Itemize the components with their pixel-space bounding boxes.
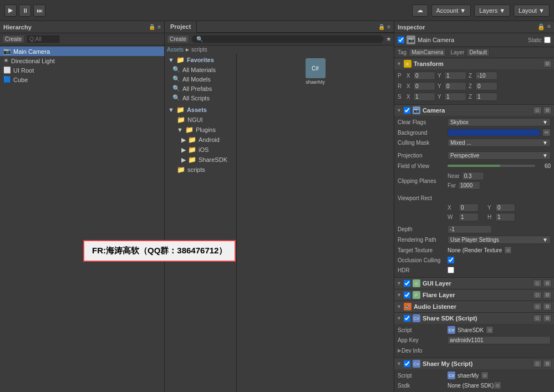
background-row: Background ✏ [398, 128, 551, 138]
gui-settings-icon[interactable]: ⚙ [543, 279, 552, 287]
vp-h-input[interactable] [495, 213, 515, 221]
shaer-my-enabled-checkbox[interactable] [404, 360, 410, 367]
far-value-input[interactable] [458, 181, 480, 190]
hierarchy-item-directional-light[interactable]: ☀ Directional Light [0, 56, 164, 65]
project-search-input[interactable] [191, 35, 384, 43]
transform-header[interactable]: ▼ ⊕ Transform ⚙ [394, 58, 554, 69]
gui-layer-header[interactable]: ▼ G GUI Layer ⊙ ⚙ [394, 278, 554, 289]
project-lock-icon[interactable]: 🔒 [378, 24, 385, 30]
gui-layer-enabled-checkbox[interactable] [404, 280, 410, 287]
shaer-my-settings-icon[interactable]: ⚙ [543, 360, 552, 368]
audio-listener-header[interactable]: ▼ 🔊 Audio Listener ⊙ ⚙ [394, 301, 554, 312]
star-icon[interactable]: ★ [386, 35, 392, 43]
project-tab[interactable]: Project [165, 21, 197, 33]
gui-ref-icon[interactable]: ⊙ [533, 279, 542, 287]
camera-header[interactable]: ▼ 📷 Camera ⊙ ⚙ [394, 105, 554, 116]
flare-enabled-checkbox[interactable] [404, 292, 410, 298]
hdr-checkbox[interactable] [448, 267, 454, 273]
layers-button[interactable]: Layers ▼ [474, 4, 510, 17]
vp-y-input[interactable] [495, 203, 515, 212]
transform-settings-icon[interactable]: ⚙ [543, 60, 552, 68]
assets-ngui[interactable]: 📁 NGUI [165, 115, 236, 125]
clear-flags-dropdown[interactable]: Skybox ▼ [448, 118, 551, 126]
scale-x-input[interactable] [413, 93, 435, 101]
audio-settings-icon[interactable]: ⚙ [543, 303, 552, 310]
ssdk-select-icon[interactable]: ⊙ [494, 381, 501, 389]
flare-ref-icon[interactable]: ⊙ [533, 291, 542, 299]
camera-ref-icon[interactable]: ⊙ [533, 106, 542, 114]
layer-dropdown[interactable]: Default [466, 48, 490, 57]
shaer-my-ref-icon[interactable]: ⊙ [533, 360, 542, 368]
search-icon: 🔍 [172, 85, 180, 92]
assets-ios[interactable]: ▶ 📁 iOS [165, 145, 236, 155]
share-sdk-ref-icon[interactable]: ⊙ [533, 314, 542, 322]
flare-layer-header[interactable]: ▼ F Flare Layer ⊙ ⚙ [394, 289, 554, 301]
hierarchy-item-cube[interactable]: 🟦 Cube [0, 75, 164, 84]
hierarchy-search-input[interactable] [27, 35, 60, 43]
dev-info-label[interactable]: Dev Info [401, 348, 451, 354]
object-active-checkbox[interactable] [398, 37, 404, 43]
share-sdk-select-icon[interactable]: ⊙ [486, 326, 494, 334]
scale-z-input[interactable] [475, 93, 497, 101]
assets-sharesdk[interactable]: ▶ 📁 ShareSDK [165, 155, 236, 165]
rot-x-input[interactable] [413, 82, 435, 90]
play-button[interactable]: ▶ [4, 4, 17, 17]
hierarchy-item-main-camera[interactable]: 📷 Main Camera [0, 47, 164, 56]
shaer-my-header[interactable]: ▼ C# Shaer My (Script) ⊙ ⚙ [394, 358, 554, 369]
culling-mask-dropdown[interactable]: Mixed ... ▼ [448, 139, 551, 147]
rendering-dropdown[interactable]: Use Player Settings ▼ [448, 236, 551, 244]
rot-y-input[interactable] [444, 82, 466, 90]
near-value-input[interactable] [462, 172, 484, 180]
camera-settings-icon[interactable]: ⚙ [543, 106, 552, 114]
tag-dropdown[interactable]: MainCamera [409, 48, 446, 57]
assets-section[interactable]: ▼ 📁 Assets [165, 105, 236, 115]
scale-y-input[interactable] [444, 93, 466, 101]
audio-ref-icon[interactable]: ⊙ [533, 303, 542, 310]
static-checkbox[interactable] [544, 37, 551, 43]
hierarchy-create-button[interactable]: Create [2, 35, 24, 43]
flare-settings-icon[interactable]: ⚙ [543, 291, 552, 299]
pos-x-input[interactable] [413, 72, 435, 80]
favorites-prefabs[interactable]: 🔍 All Prefabs [165, 84, 236, 93]
rot-z-input[interactable] [475, 82, 497, 90]
target-texture-select-icon[interactable]: ⊙ [504, 246, 512, 254]
inspector-lock-icon[interactable]: 🔒 [537, 23, 545, 30]
project-menu-icon[interactable]: ≡ [387, 24, 390, 30]
inspector-menu-icon[interactable]: ≡ [547, 23, 551, 30]
project-create-button[interactable]: Create [167, 35, 189, 43]
menu-icon[interactable]: ≡ [157, 24, 161, 30]
background-edit-icon[interactable]: ✏ [542, 129, 551, 136]
account-button[interactable]: Account ▼ [431, 4, 471, 17]
fov-slider[interactable] [448, 165, 535, 167]
share-sdk-toggle-icon: ▼ [397, 315, 401, 321]
vp-w-input[interactable] [459, 213, 479, 221]
app-key-input[interactable] [448, 336, 551, 344]
occlusion-checkbox[interactable] [448, 257, 454, 263]
pos-z-input[interactable] [475, 72, 497, 80]
vp-x-input[interactable] [459, 203, 479, 212]
layout-button[interactable]: Layout ▼ [514, 4, 550, 17]
breadcrumb-assets[interactable]: Assets [167, 47, 184, 53]
assets-plugins[interactable]: ▼ 📁 Plugins [165, 125, 236, 135]
favorites-scripts[interactable]: 🔍 All Scripts [165, 93, 236, 103]
favorites-models[interactable]: 🔍 All Models [165, 74, 236, 84]
share-sdk-enabled-checkbox[interactable] [404, 315, 410, 322]
hierarchy-item-ui-root[interactable]: ⬜ UI Root [0, 65, 164, 75]
favorites-materials[interactable]: 🔍 All Materials [165, 65, 236, 74]
cloud-button[interactable]: ☁ [412, 4, 428, 17]
favorites-section[interactable]: ▼ 📁 Favorites [165, 55, 236, 65]
assets-scripts[interactable]: 📁 scripts [165, 165, 236, 175]
shaer-my-select-icon[interactable]: ⊙ [481, 371, 489, 379]
share-sdk-settings-icon[interactable]: ⚙ [543, 314, 552, 322]
share-sdk-header[interactable]: ▼ C# Share SDK (Script) ⊙ ⚙ [394, 313, 554, 324]
pause-button[interactable]: ⏸ [19, 4, 31, 17]
camera-enabled-checkbox[interactable] [404, 107, 410, 114]
assets-android[interactable]: ▶ 📁 Android [165, 135, 236, 145]
pos-y-input[interactable] [444, 72, 466, 80]
depth-input[interactable] [448, 225, 492, 233]
lock-icon[interactable]: 🔒 [149, 24, 155, 30]
background-color-swatch[interactable] [448, 129, 540, 136]
step-button[interactable]: ⏭ [33, 4, 45, 17]
file-item-shaermy[interactable]: C# shaerMy [239, 56, 392, 87]
projection-dropdown[interactable]: Perspective ▼ [448, 151, 551, 160]
